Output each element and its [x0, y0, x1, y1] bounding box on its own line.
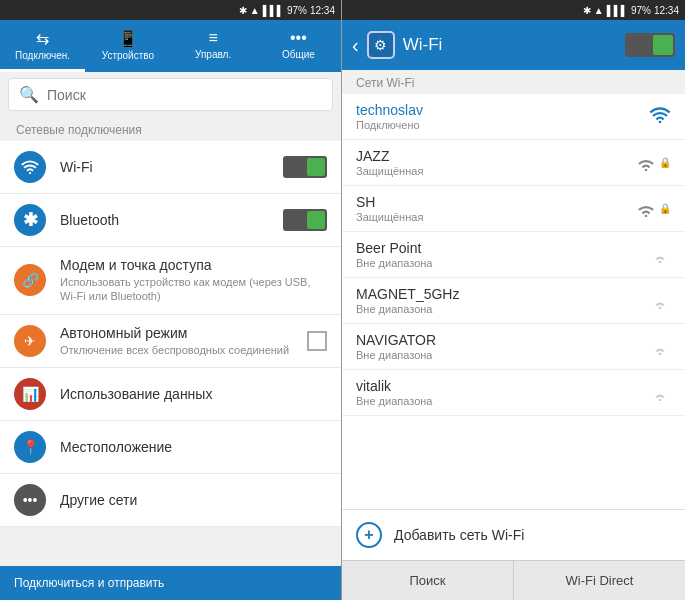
network-list: technoslav Подключено JAZZ Защищённая [342, 94, 685, 509]
bt-menu-title: Bluetooth [60, 212, 269, 228]
modem-menu-text: Модем и точка доступа Использовать устро… [60, 257, 327, 304]
menu-item-location[interactable]: 📍 Местоположение [0, 421, 341, 474]
tab-manage-label: Управл. [195, 49, 231, 60]
right-time: 12:34 [654, 5, 679, 16]
wifi-toggle[interactable] [283, 156, 327, 178]
tab-device-label: Устройство [102, 50, 154, 61]
search-button[interactable]: Поиск [342, 561, 514, 600]
time-left: 12:34 [310, 5, 335, 16]
magnet-signal-icon [649, 293, 671, 309]
network-name: Beer Point [356, 240, 432, 256]
airplane-checkbox[interactable] [307, 331, 327, 351]
back-button[interactable]: ‹ [352, 34, 359, 57]
other-menu-title: Другие сети [60, 492, 327, 508]
battery-left: 97% [287, 5, 307, 16]
svg-point-7 [659, 398, 662, 400]
signal-icon: ▌▌▌ [263, 5, 284, 16]
location-menu-title: Местоположение [60, 439, 327, 455]
left-status-bar: ✱ ▲ ▌▌▌ 97% 12:34 [0, 0, 341, 20]
bottom-connect-bar[interactable]: Подключиться и отправить [0, 566, 341, 600]
network-status: Подключено [356, 119, 423, 131]
other-menu-text: Другие сети [60, 492, 327, 508]
networks-section-header: Сети Wi-Fi [342, 70, 685, 94]
wifi-toggle-knob [307, 158, 325, 176]
menu-item-bluetooth[interactable]: ✱ Bluetooth [0, 194, 341, 247]
settings-gear-icon: ⚙ [367, 31, 395, 59]
menu-item-other[interactable]: ••• Другие сети [0, 474, 341, 527]
bt-toggle-knob [307, 211, 325, 229]
tab-connections-label: Подключен. [15, 50, 70, 61]
wifi-header-toggle[interactable] [625, 33, 675, 57]
airplane-menu-icon: ✈ [14, 325, 46, 357]
network-name: vitalik [356, 378, 432, 394]
right-battery: 97% [631, 5, 651, 16]
network-status: Вне диапазона [356, 349, 436, 361]
add-network-button[interactable]: + Добавить сеть Wi-Fi [342, 509, 685, 560]
right-title: Wi-Fi [403, 35, 617, 55]
menu-list: Wi-Fi ✱ Bluetooth 🔗 Модем и точка [0, 141, 341, 527]
network-info: MAGNET_5GHz Вне диапазона [356, 286, 459, 315]
beerpoint-signal-icon [649, 247, 671, 263]
search-bar[interactable]: 🔍 [8, 78, 333, 111]
lock-icon: 🔒 [659, 157, 671, 168]
menu-item-data[interactable]: 📊 Использование данных [0, 368, 341, 421]
modem-menu-subtitle: Использовать устройство как модем (через… [60, 275, 327, 304]
menu-item-modem[interactable]: 🔗 Модем и точка доступа Использовать уст… [0, 247, 341, 315]
wifi-signal-bars [649, 107, 671, 126]
right-signal-icon: ▌▌▌ [607, 5, 628, 16]
search-input[interactable] [47, 87, 322, 103]
svg-point-1 [659, 121, 662, 123]
bt-menu-icon: ✱ [14, 204, 46, 236]
tab-general[interactable]: ••• Общие [256, 20, 341, 72]
network-status: Вне диапазона [356, 303, 459, 315]
network-name: technoslav [356, 102, 423, 118]
network-info: JAZZ Защищённая [356, 148, 423, 177]
section-header-networks: Сетевые подключения [0, 117, 341, 141]
manage-icon: ≡ [208, 29, 217, 47]
network-name: SH [356, 194, 423, 210]
airplane-menu-subtitle: Отключение всех беспроводных соединений [60, 343, 293, 357]
network-item-navigator[interactable]: NAVIGATOR Вне диапазона [342, 324, 685, 370]
svg-point-6 [659, 352, 662, 354]
network-status: Вне диапазона [356, 395, 432, 407]
network-item-jazz[interactable]: JAZZ Защищённая 🔒 [342, 140, 685, 186]
network-name: JAZZ [356, 148, 423, 164]
modem-menu-icon: 🔗 [14, 264, 46, 296]
tab-manage[interactable]: ≡ Управл. [171, 20, 256, 72]
network-info: NAVIGATOR Вне диапазона [356, 332, 436, 361]
network-item-beerpoint[interactable]: Beer Point Вне диапазона [342, 232, 685, 278]
bt-toggle[interactable] [283, 209, 327, 231]
data-menu-icon: 📊 [14, 378, 46, 410]
bottom-buttons: Поиск Wi-Fi Direct [342, 560, 685, 600]
wifi-menu-title: Wi-Fi [60, 159, 269, 175]
jazz-signal-icon: 🔒 [635, 155, 671, 171]
network-name: MAGNET_5GHz [356, 286, 459, 302]
tab-device[interactable]: 📱 Устройство [85, 20, 170, 72]
network-status: Вне диапазона [356, 257, 432, 269]
network-info: technoslav Подключено [356, 102, 423, 131]
add-network-label: Добавить сеть Wi-Fi [394, 527, 524, 543]
search-icon: 🔍 [19, 85, 39, 104]
right-wifi-icon: ▲ [594, 5, 604, 16]
airplane-menu-title: Автономный режим [60, 325, 293, 341]
network-item-sh[interactable]: SH Защищённая 🔒 [342, 186, 685, 232]
menu-item-airplane[interactable]: ✈ Автономный режим Отключение всех беспр… [0, 315, 341, 368]
wifi-menu-icon [14, 151, 46, 183]
data-menu-text: Использование данных [60, 386, 327, 402]
sh-signal-icon: 🔒 [635, 201, 671, 217]
network-item-technoslav[interactable]: technoslav Подключено [342, 94, 685, 140]
device-icon: 📱 [118, 29, 138, 48]
network-status: Защищённая [356, 211, 423, 223]
network-item-magnet[interactable]: MAGNET_5GHz Вне диапазона [342, 278, 685, 324]
left-top-tabs: ⇆ Подключен. 📱 Устройство ≡ Управл. ••• … [0, 20, 341, 72]
wifi-direct-button[interactable]: Wi-Fi Direct [514, 561, 685, 600]
tab-general-label: Общие [282, 49, 315, 60]
network-info: vitalik Вне диапазона [356, 378, 432, 407]
svg-point-3 [645, 214, 648, 216]
network-item-vitalik[interactable]: vitalik Вне диапазона [342, 370, 685, 416]
navigator-signal-icon [649, 339, 671, 355]
other-menu-icon: ••• [14, 484, 46, 516]
bt-menu-text: Bluetooth [60, 212, 269, 228]
menu-item-wifi[interactable]: Wi-Fi [0, 141, 341, 194]
tab-connections[interactable]: ⇆ Подключен. [0, 20, 85, 72]
